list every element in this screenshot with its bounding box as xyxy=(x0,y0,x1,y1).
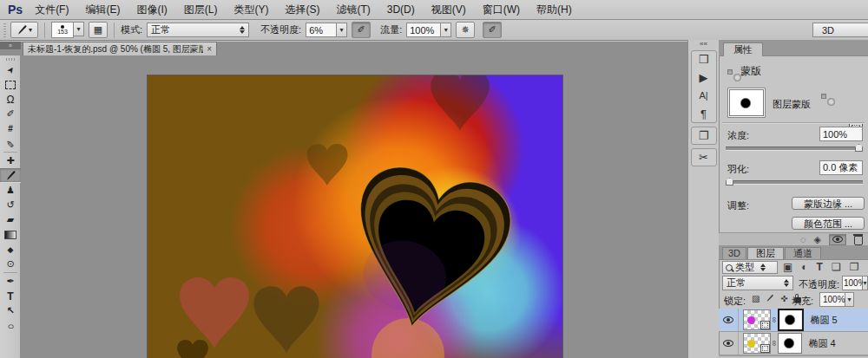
opacity-caret[interactable]: ▾ xyxy=(337,23,347,37)
flow-caret[interactable]: ▾ xyxy=(441,23,451,37)
flow-control[interactable]: 100% ▾ xyxy=(406,23,451,37)
menu-help[interactable]: 帮助(H) xyxy=(536,3,572,17)
close-tab-icon[interactable]: × xyxy=(207,44,212,54)
brush-size-picker[interactable]: 153 ▾ xyxy=(51,22,84,38)
feather-value[interactable]: 0.0 像素 xyxy=(819,160,863,175)
quick-selection-tool[interactable]: ✐ xyxy=(0,107,21,121)
layer-name[interactable]: 椭圆 5 xyxy=(810,314,837,327)
menu-select[interactable]: 选择(S) xyxy=(285,3,319,17)
brush-tool-preset-button[interactable]: ▾ xyxy=(10,22,38,38)
pixel-mask-button[interactable] xyxy=(727,69,733,75)
layer-fill-value[interactable]: 100% xyxy=(819,292,845,307)
spot-healing-brush-tool[interactable]: ✚ xyxy=(0,153,21,168)
rectangular-marquee-tool[interactable] xyxy=(0,77,21,92)
paragraph-panel-icon[interactable]: ¶ xyxy=(700,108,707,120)
menu-filter[interactable]: 滤镜(T) xyxy=(336,3,370,17)
tab-properties[interactable]: 属性 xyxy=(723,42,763,56)
filter-type-layers-icon[interactable]: T xyxy=(817,261,823,273)
tab-channels[interactable]: 通道 xyxy=(785,247,821,259)
menu-file[interactable]: 文件(F) xyxy=(35,3,69,17)
layer-opacity-caret[interactable]: ▾ xyxy=(863,276,868,290)
mask-edge-button[interactable]: 蒙版边缘 ... xyxy=(792,197,865,210)
layer-comps-panel-icon[interactable]: ❐ xyxy=(699,130,709,141)
eyedropper-tool[interactable]: ✎ xyxy=(0,136,21,151)
path-selection-tool[interactable]: ↖ xyxy=(0,303,21,318)
tool-presets-panel-icon[interactable]: ✂ xyxy=(699,152,708,163)
layer-visibility-toggle[interactable] xyxy=(719,332,739,355)
lock-transparent-pixels-icon[interactable]: ▨ xyxy=(752,294,760,303)
density-value[interactable]: 100% xyxy=(819,127,863,141)
layer-mask-thumbnail[interactable] xyxy=(778,309,804,331)
layer-blend-mode-select[interactable]: 正常 xyxy=(722,276,793,290)
tab-layers[interactable]: 图层 xyxy=(747,247,784,259)
lasso-tool[interactable]: Ω xyxy=(0,92,21,107)
layer-row-ellipse-5[interactable]: ∞ 椭圆 5 xyxy=(719,309,868,332)
menu-image[interactable]: 图像(I) xyxy=(136,3,167,17)
blend-mode-select[interactable]: 正常 xyxy=(147,23,249,37)
flow-value[interactable]: 100% xyxy=(406,23,441,37)
tab-3d[interactable]: 3D xyxy=(722,247,746,259)
crop-tool[interactable]: # xyxy=(0,121,21,136)
menu-layer[interactable]: 图层(L) xyxy=(184,3,218,17)
canvas[interactable] xyxy=(148,75,562,358)
filter-shape-layers-icon[interactable]: ❏ xyxy=(832,261,841,273)
layer-mask-thumbnail[interactable] xyxy=(778,333,802,354)
gradient-icon xyxy=(4,231,16,239)
blur-tool[interactable]: ◆ xyxy=(0,242,21,257)
layer-thumbnail[interactable] xyxy=(743,333,771,354)
menu-edit[interactable]: 编辑(E) xyxy=(85,3,120,17)
clone-source-panel-icon[interactable]: ❒ xyxy=(699,54,709,65)
density-slider[interactable] xyxy=(726,146,863,151)
options-grip[interactable] xyxy=(3,23,6,37)
filter-smart-objects-icon[interactable]: ❐ xyxy=(850,261,859,273)
opacity-control[interactable]: 6% ▾ xyxy=(306,23,347,37)
apply-mask-icon[interactable]: ◈ xyxy=(814,235,821,244)
lock-image-pixels-icon[interactable] xyxy=(766,294,774,303)
expand-panels-icon[interactable]: «« xyxy=(688,40,719,49)
layer-opacity-value[interactable]: 100% xyxy=(842,276,863,290)
layer-row-ellipse-4[interactable]: ∞ 椭圆 4 xyxy=(719,332,868,355)
ellipse-tool[interactable]: ○ xyxy=(0,318,21,333)
move-tool[interactable]: ➤ xyxy=(0,62,21,77)
workspace-switcher-button[interactable]: 3D xyxy=(812,23,868,37)
menu-type[interactable]: 类型(Y) xyxy=(233,3,268,17)
layer-name[interactable]: 椭圆 4 xyxy=(808,337,835,350)
gradient-tool[interactable] xyxy=(0,227,21,242)
disable-mask-button[interactable] xyxy=(829,234,846,245)
opacity-pressure-toggle[interactable]: ✐ xyxy=(352,22,371,38)
toolbar-collapse-button[interactable]: » xyxy=(0,42,21,49)
dock-group-2: ❐ xyxy=(691,127,717,145)
filter-adjustment-layers-icon[interactable]: ◐ xyxy=(801,261,807,273)
brush-tool[interactable] xyxy=(0,168,21,183)
menu-window[interactable]: 窗口(W) xyxy=(483,3,520,17)
delete-mask-icon[interactable] xyxy=(854,236,863,245)
opacity-value[interactable]: 6% xyxy=(306,23,337,37)
history-brush-tool[interactable]: ↺ xyxy=(0,198,21,212)
brush-size-caret[interactable]: ▾ xyxy=(74,22,84,36)
feather-slider[interactable] xyxy=(726,180,863,185)
color-range-button[interactable]: 颜色范围 ... xyxy=(792,217,865,230)
select-pixel-mask-button[interactable] xyxy=(821,94,826,99)
layer-visibility-toggle[interactable] xyxy=(719,309,739,331)
load-selection-from-mask-icon[interactable]: ◌ xyxy=(800,235,806,244)
airbrush-toggle[interactable]: ✵ xyxy=(456,22,475,38)
dodge-tool[interactable]: ⊙ xyxy=(0,257,21,271)
layer-fill-caret[interactable]: ▾ xyxy=(845,292,854,307)
clone-stamp-tool[interactable]: ♟ xyxy=(0,183,21,198)
pen-tool[interactable]: ✒ xyxy=(0,274,21,289)
menu-3d[interactable]: 3D(D) xyxy=(387,3,415,16)
size-pressure-toggle[interactable]: ✐ xyxy=(483,22,502,38)
layer-thumbnail[interactable] xyxy=(743,309,771,330)
eraser-tool[interactable]: ▰ xyxy=(0,212,21,227)
menu-view[interactable]: 视图(V) xyxy=(431,3,466,17)
document-tab[interactable]: 未标题-1-恢复的.psd @ 50% (椭圆 5, 图层蒙版/8) * × xyxy=(23,42,217,55)
character-panel-icon[interactable]: A| xyxy=(699,90,707,101)
actions-panel-icon[interactable]: ▶ xyxy=(700,72,708,83)
layer-mask-thumbnail[interactable] xyxy=(729,89,764,116)
toggle-brush-panel-button[interactable]: ▦ xyxy=(89,22,108,38)
layer-filter-select[interactable]: 类型 xyxy=(722,261,778,274)
toolbar-grip[interactable] xyxy=(6,58,15,61)
type-tool[interactable]: T xyxy=(0,289,21,303)
lock-position-icon[interactable]: ✜ xyxy=(780,294,787,303)
filter-pixel-layers-icon[interactable]: ▣ xyxy=(783,261,792,273)
